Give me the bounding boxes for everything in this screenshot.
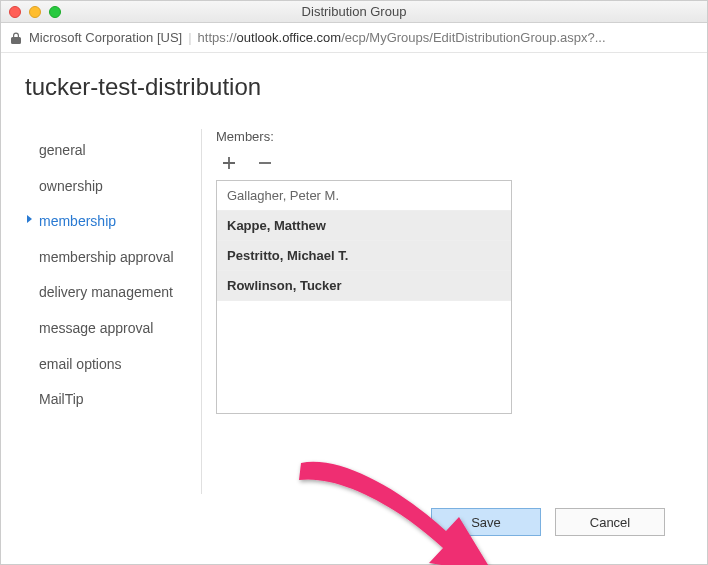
member-row[interactable]: Kappe, Matthew bbox=[217, 211, 511, 241]
cancel-button[interactable]: Cancel bbox=[555, 508, 665, 536]
address-separator: | bbox=[188, 30, 191, 45]
url-host: outlook.office.com bbox=[237, 30, 342, 45]
close-window-button[interactable] bbox=[9, 6, 21, 18]
sidebar-item-email-options[interactable]: email options bbox=[21, 347, 201, 383]
members-panel: Members: Gallagher, Peter M.Kappe, Matth… bbox=[201, 129, 687, 494]
url-prefix: https:// bbox=[198, 30, 237, 45]
sidebar-item-ownership[interactable]: ownership bbox=[21, 169, 201, 205]
content-area: tucker-test-distribution generalownershi… bbox=[1, 53, 707, 564]
sidebar-item-label: delivery management bbox=[39, 284, 173, 300]
sidebar-item-label: membership bbox=[39, 213, 116, 229]
sidebar-item-label: ownership bbox=[39, 178, 103, 194]
save-button[interactable]: Save bbox=[431, 508, 541, 536]
sidebar: generalownershipmembershipmembership app… bbox=[21, 129, 201, 494]
member-row[interactable]: Gallagher, Peter M. bbox=[217, 181, 511, 211]
add-member-icon[interactable] bbox=[220, 154, 238, 172]
remove-member-icon[interactable] bbox=[256, 154, 274, 172]
address-bar: Microsoft Corporation [US] | https://out… bbox=[1, 23, 707, 53]
window: Distribution Group Microsoft Corporation… bbox=[0, 0, 708, 565]
main-row: generalownershipmembershipmembership app… bbox=[21, 129, 687, 494]
lock-icon bbox=[11, 31, 23, 45]
sidebar-item-label: membership approval bbox=[39, 249, 174, 265]
page-title: tucker-test-distribution bbox=[25, 73, 687, 101]
member-row[interactable]: Pestritto, Michael T. bbox=[217, 241, 511, 271]
sidebar-item-MailTip[interactable]: MailTip bbox=[21, 382, 201, 418]
members-label: Members: bbox=[216, 129, 687, 144]
member-list[interactable]: Gallagher, Peter M.Kappe, MatthewPestrit… bbox=[216, 180, 512, 414]
members-toolbar bbox=[216, 154, 687, 172]
url-text[interactable]: https://outlook.office.com/ecp/MyGroups/… bbox=[198, 30, 606, 45]
sidebar-item-general[interactable]: general bbox=[21, 133, 201, 169]
sidebar-item-label: general bbox=[39, 142, 86, 158]
ssl-org-name: Microsoft Corporation [US] bbox=[29, 30, 182, 45]
footer: Save Cancel bbox=[21, 494, 687, 554]
sidebar-item-label: message approval bbox=[39, 320, 153, 336]
window-title: Distribution Group bbox=[1, 4, 707, 19]
sidebar-item-label: MailTip bbox=[39, 391, 84, 407]
url-path: /ecp/MyGroups/EditDistributionGroup.aspx… bbox=[341, 30, 605, 45]
sidebar-item-message-approval[interactable]: message approval bbox=[21, 311, 201, 347]
sidebar-item-membership[interactable]: membership bbox=[21, 204, 201, 240]
sidebar-item-label: email options bbox=[39, 356, 122, 372]
minimize-window-button[interactable] bbox=[29, 6, 41, 18]
traffic-lights bbox=[1, 6, 61, 18]
sidebar-item-delivery-management[interactable]: delivery management bbox=[21, 275, 201, 311]
caret-right-icon bbox=[27, 215, 32, 223]
maximize-window-button[interactable] bbox=[49, 6, 61, 18]
titlebar: Distribution Group bbox=[1, 1, 707, 23]
sidebar-item-membership-approval[interactable]: membership approval bbox=[21, 240, 201, 276]
member-row[interactable]: Rowlinson, Tucker bbox=[217, 271, 511, 301]
